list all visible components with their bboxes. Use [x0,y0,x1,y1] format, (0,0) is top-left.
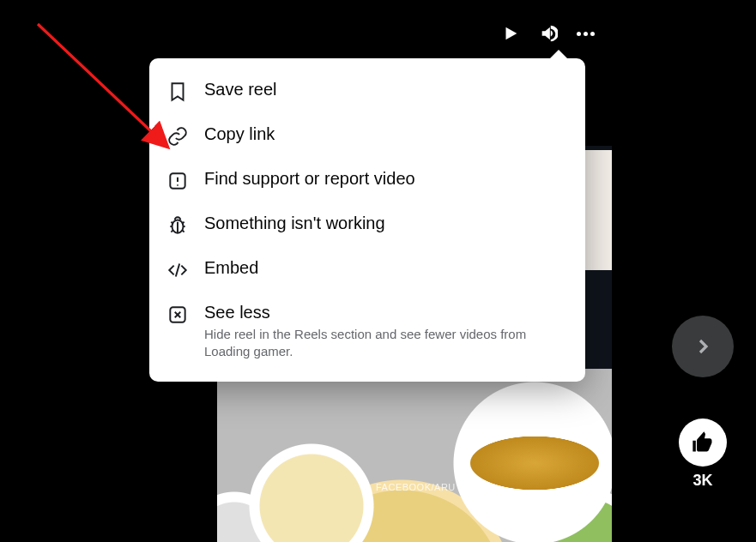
svg-line-8 [171,230,172,232]
embed-menu-item[interactable]: Embed [149,247,585,292]
like-button[interactable]: 3K [679,419,727,490]
thumbs-up-icon [691,431,715,455]
menu-label: Find support or report video [204,168,415,189]
report-icon [166,170,189,192]
save-reel-menu-item[interactable]: Save reel [149,69,585,113]
video-watermark: FACEBOOK/ARU [376,482,456,492]
report-menu-item[interactable]: Find support or report video [149,158,585,202]
next-reel-button[interactable] [672,316,734,377]
bug-menu-item[interactable]: Something isn't working [149,202,585,247]
more-options-menu: Save reel Copy link Find support or repo… [149,58,585,382]
more-options-button[interactable] [577,32,595,36]
copy-link-menu-item[interactable]: Copy link [149,113,585,158]
volume-button[interactable] [539,24,558,43]
see-less-menu-item[interactable]: See less Hide reel in the Reels section … [149,292,585,371]
menu-subtitle: Hide reel in the Reels section and see f… [204,326,556,361]
menu-label: Embed [204,257,258,278]
svg-line-9 [182,230,184,232]
reel-side-actions: 3K [672,316,734,490]
volume-icon [539,24,558,43]
hide-icon [166,304,189,326]
chevron-right-icon [692,336,713,357]
play-button[interactable] [501,24,520,43]
menu-label: See less [204,302,556,322]
bookmark-icon [166,81,189,103]
play-icon [501,24,520,43]
menu-label: Something isn't working [204,213,385,233]
bug-icon [166,214,189,237]
link-icon [166,125,189,148]
svg-point-2 [177,184,178,186]
like-count: 3K [692,472,712,490]
like-circle [679,419,727,467]
menu-label: Copy link [204,123,275,144]
video-controls [501,24,595,43]
embed-icon [166,259,189,281]
svg-line-11 [176,263,179,276]
menu-label: Save reel [204,79,277,99]
